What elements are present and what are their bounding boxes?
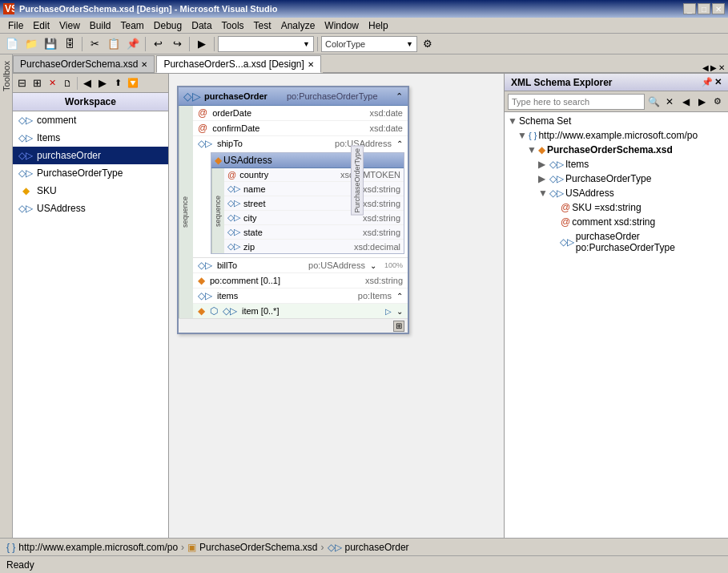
se-expand-3[interactable]: ▼: [527, 144, 537, 155]
new-button[interactable]: 📄: [3, 35, 21, 53]
ws-btn-forward[interactable]: ▶: [95, 76, 110, 91]
field-shipto-header[interactable]: ◇▷ shipTo po:USAddress ⌃: [193, 136, 408, 151]
ws-item-items[interactable]: ◇▷ Items: [13, 129, 168, 147]
item-expand[interactable]: ▷: [385, 307, 392, 316]
items-expand[interactable]: ⌃: [396, 292, 403, 301]
config-dropdown[interactable]: ▼: [218, 36, 314, 52]
field-items[interactable]: ◇▷ items po:Items ⌃: [193, 289, 408, 304]
app-icon: VS: [3, 2, 16, 15]
ws-btn-filter[interactable]: 🔽: [126, 76, 140, 91]
tree-comment-attr[interactable]: @ comment xsd:string: [505, 215, 728, 229]
menu-file[interactable]: File: [3, 18, 28, 33]
window-controls[interactable]: _ □ ✕: [683, 3, 725, 14]
tree-items[interactable]: ▶ ◇▷ Items: [505, 157, 728, 171]
bc-schema-file[interactable]: PurchaseOrderSchema.xsd: [199, 542, 317, 553]
tab-1[interactable]: PurchaseOrderS...a.xsd [Design] ✕: [156, 55, 320, 73]
se-close-icon[interactable]: ✕: [714, 77, 722, 87]
se-search-button[interactable]: 🔍: [646, 95, 661, 109]
menu-help[interactable]: Help: [364, 18, 393, 33]
maximize-button[interactable]: □: [698, 3, 710, 14]
ws-item-purchaseordertype[interactable]: ◇▷ PurchaseOrderType: [13, 164, 168, 182]
field-country[interactable]: @ country xsd:NMTOKEN: [224, 168, 404, 182]
tree-sku[interactable]: @ SKU =xsd:string: [505, 200, 728, 215]
field-name[interactable]: ◇▷ name xsd:string: [224, 182, 404, 196]
menu-window[interactable]: Window: [320, 18, 364, 33]
field-street[interactable]: ◇▷ street xsd:string: [224, 196, 404, 211]
tab-0[interactable]: PurchaseOrderSchema.xsd ✕: [13, 55, 155, 73]
se-pin-icon[interactable]: 📌: [702, 77, 713, 87]
se-options-button[interactable]: ⚙: [710, 95, 725, 109]
field-comment[interactable]: ◆ po:comment [0..1] xsd:string: [193, 273, 408, 289]
se-expand-1[interactable]: ▼: [508, 115, 517, 127]
undo-button[interactable]: ↩: [149, 35, 167, 53]
tree-usaddress[interactable]: ▼ ◇▷ USAddress: [505, 186, 728, 200]
name-name: name: [243, 184, 360, 194]
menu-team[interactable]: Team: [116, 18, 149, 33]
field-zip[interactable]: ◇▷ zip xsd:decimal: [224, 240, 404, 253]
close-button[interactable]: ✕: [712, 3, 725, 14]
debug-button[interactable]: ▶: [193, 35, 211, 53]
ws-btn-5[interactable]: ⬆: [111, 76, 125, 91]
minimize-button[interactable]: _: [683, 3, 696, 14]
tree-schema-set[interactable]: ▼ Schema Set: [505, 114, 728, 128]
field-item[interactable]: ◆ ⬡ ◇▷ item [0..*] ▷ ⌄: [193, 304, 408, 318]
colortype-dropdown[interactable]: ColorType ▼: [321, 36, 417, 52]
field-city[interactable]: ◇▷ city xsd:string: [224, 211, 404, 225]
se-clear-button[interactable]: ✕: [662, 95, 677, 109]
redo-button[interactable]: ↪: [168, 35, 186, 53]
bc-element[interactable]: purchaseOrder: [345, 542, 409, 553]
item-collapse[interactable]: ⌄: [396, 307, 403, 316]
ws-btn-4[interactable]: 🗋: [60, 76, 74, 91]
tab-scroll-left[interactable]: ◀: [702, 63, 709, 72]
ws-btn-3[interactable]: ✕: [45, 76, 59, 91]
menu-test[interactable]: Test: [249, 18, 276, 33]
ws-btn-back[interactable]: ◀: [80, 76, 95, 91]
se-expand-2[interactable]: ▼: [517, 130, 527, 141]
tree-purchaseorder[interactable]: ◇▷ purchaseOrder po:PurchaseOrderType: [505, 229, 728, 255]
ws-item-sku[interactable]: ◆ SKU: [13, 182, 168, 200]
save-button[interactable]: 💾: [42, 35, 59, 53]
po-collapse-icon[interactable]: ⌃: [396, 91, 403, 102]
billto-expand[interactable]: ⌄: [370, 261, 376, 270]
save-all-button[interactable]: 🗄: [61, 35, 78, 53]
tab-close-active[interactable]: ✕: [718, 63, 725, 72]
field-state[interactable]: ◇▷ state xsd:string: [224, 225, 404, 240]
se-expand-5[interactable]: ▶: [538, 173, 548, 184]
field-confirmdate[interactable]: @ confirmDate xsd:date: [193, 121, 408, 136]
se-search-input[interactable]: [508, 94, 645, 110]
paste-button[interactable]: 📌: [124, 35, 142, 53]
menu-analyze[interactable]: Analyze: [276, 18, 320, 33]
field-orderdate[interactable]: @ orderDate xsd:date: [193, 106, 408, 121]
bc-namespace[interactable]: http://www.example.microsoft.com/po: [18, 542, 178, 553]
se-title: XML Schema Explorer: [511, 77, 613, 88]
menu-debug[interactable]: Debug: [149, 18, 187, 33]
shipto-expand[interactable]: ⌃: [396, 139, 403, 148]
menu-view[interactable]: View: [54, 18, 85, 33]
ws-btn-1[interactable]: ⊟: [14, 76, 29, 91]
ws-btn-2[interactable]: ⊞: [30, 76, 44, 91]
tab-scroll-right[interactable]: ▶: [710, 63, 717, 72]
tree-namespace[interactable]: ▼ { } http://www.example.microsoft.com/p…: [505, 128, 728, 143]
tab-0-close[interactable]: ✕: [141, 60, 147, 69]
cut-button[interactable]: ✂: [86, 35, 103, 53]
ws-item-purchaseorder[interactable]: ◇▷ purchaseOrder: [13, 147, 168, 164]
se-expand-6[interactable]: ▼: [538, 188, 548, 199]
toolbox-label[interactable]: Toolbox: [0, 58, 13, 95]
menu-tools[interactable]: Tools: [217, 18, 249, 33]
copy-button[interactable]: 📋: [105, 35, 123, 53]
tree-schema-file[interactable]: ▼ ◆ PurchaseOrderSchema.xsd: [505, 143, 728, 157]
se-expand-4[interactable]: ▶: [538, 159, 548, 170]
tab-1-close[interactable]: ✕: [308, 60, 314, 69]
settings-button[interactable]: ⚙: [419, 35, 436, 53]
tree-purchaseordertype[interactable]: ▶ ◇▷ PurchaseOrderType: [505, 171, 728, 186]
se-back-button[interactable]: ◀: [678, 95, 693, 109]
menu-build[interactable]: Build: [85, 18, 116, 33]
field-billto[interactable]: ◇▷ billTo po:USAddress ⌄ 100%: [193, 258, 408, 273]
se-forward-button[interactable]: ▶: [694, 95, 709, 109]
open-button[interactable]: 📁: [22, 35, 40, 53]
ws-item-comment[interactable]: ◇▷ comment: [13, 111, 168, 129]
ws-item-usaddress[interactable]: ◇▷ USAddress: [13, 200, 168, 217]
menu-edit[interactable]: Edit: [28, 18, 54, 33]
expand-button[interactable]: ⊞: [393, 321, 404, 332]
menu-data[interactable]: Data: [187, 18, 216, 33]
